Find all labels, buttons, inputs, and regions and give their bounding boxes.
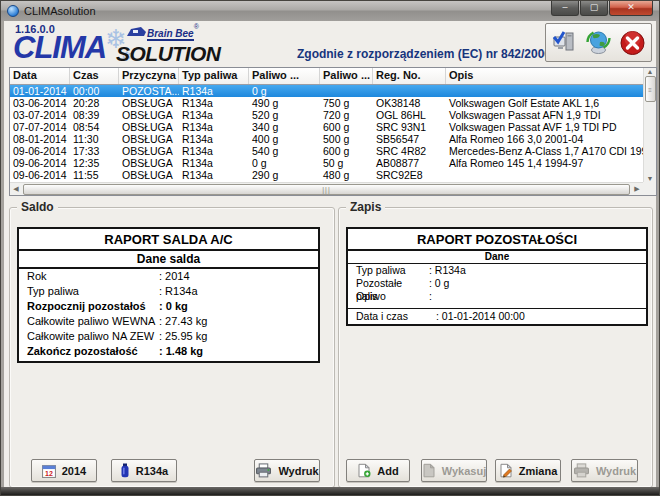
add-button[interactable]: Add [346, 459, 410, 482]
change-button[interactable]: Zmiana [495, 459, 561, 482]
brainbee-logo: Brain Bee® [125, 23, 207, 41]
table-cell: 340 g [249, 121, 320, 133]
table-cell: OGL 86HL [373, 109, 446, 121]
table-cell [446, 169, 643, 181]
refrigerant-button[interactable]: R134a [111, 459, 177, 482]
scroll-right-icon[interactable]: ▶ [631, 185, 643, 193]
horizontal-scrollbar[interactable]: ◀ ||| ▶ [10, 182, 643, 195]
records-table-body: 01-01-201400:00POZOSTA...R134a0 g03-06-2… [10, 85, 643, 182]
table-row[interactable]: 08-01-201411:30OBSŁUGAR134a400 g500 gSB5… [10, 133, 643, 145]
column-header-data[interactable]: Data [10, 68, 70, 84]
vertical-scrollbar[interactable]: ▲ ≡ ▼ [643, 68, 656, 182]
table-cell: 520 g [249, 109, 320, 121]
system-check-button[interactable] [549, 26, 581, 59]
saldo-report-row-value: : 0 kg [159, 299, 188, 314]
records-table-header[interactable]: Data Czas Przyczyna Typ paliwa Paliwo ..… [10, 68, 656, 85]
saldo-report-title: RAPORT SALDA A/C [19, 229, 318, 251]
table-cell: R134a [179, 97, 249, 109]
zapis-report-row-value: : [429, 290, 432, 303]
saldo-report-row-label: Całkowite paliwo NA ZEW [27, 329, 159, 344]
delete-button[interactable]: Wykasuj [421, 459, 487, 482]
scroll-up-icon[interactable]: ▲ [644, 68, 656, 75]
saldo-report-row: Rozpocznij pozostałoś: 0 kg [19, 299, 318, 314]
table-row[interactable]: 03-06-201420:28OBSŁUGAR134a490 g750 gOK3… [10, 97, 643, 109]
close-button[interactable]: ✕ [609, 1, 653, 16]
saldo-report-row-value: : 27.43 kg [159, 314, 207, 329]
minimize-button[interactable]: – [551, 1, 579, 16]
footer-value: : 01-01-2014 00:00 [436, 309, 525, 324]
table-cell: R134a [179, 157, 249, 169]
saldo-report-row-value: : R134a [159, 284, 198, 299]
table-cell: 03-06-2014 [10, 97, 70, 109]
column-header-reg-no[interactable]: Reg. No. [373, 68, 446, 84]
table-cell: 09-06-2014 [10, 157, 70, 169]
saldo-report: RAPORT SALDA A/C Dane salda Rok: 2014Typ… [17, 227, 320, 363]
table-cell: 11:30 [70, 133, 119, 145]
table-row[interactable]: 01-01-201400:00POZOSTA...R134a0 g [10, 85, 643, 97]
window-title: CLIMAsolution [24, 5, 96, 17]
refrigerant-bottle-icon [120, 463, 130, 478]
saldo-report-row-label: Typ paliwa [27, 284, 159, 299]
column-header-typ-paliwa[interactable]: Typ paliwa [179, 68, 249, 84]
table-cell: AB08877 [373, 157, 446, 169]
table-cell: OBSŁUGA [119, 109, 179, 121]
zapis-section-title: Dane [348, 251, 646, 264]
delete-page-icon [422, 463, 436, 478]
table-cell: 500 g [320, 133, 373, 145]
internet-sync-button[interactable] [582, 26, 614, 59]
year-button[interactable]: 12 2014 [31, 459, 97, 482]
horizontal-scroll-thumb[interactable]: ||| [23, 184, 630, 195]
table-row[interactable]: 09-06-201417:33OBSŁUGAR134a540 g600 gSRC… [10, 145, 643, 157]
printer-icon [573, 463, 590, 478]
table-cell: 03-07-2014 [10, 109, 70, 121]
exit-button[interactable] [616, 26, 648, 59]
table-cell: 09-06-2014 [10, 169, 70, 181]
zapis-report-row-label: Opis [356, 290, 429, 303]
year-button-label: 2014 [62, 465, 86, 477]
refrigerant-button-label: R134a [136, 465, 168, 477]
column-header-czas[interactable]: Czas [70, 68, 119, 84]
table-cell: R134a [179, 109, 249, 121]
column-header-opis[interactable]: Opis [446, 68, 656, 84]
app-window: CLIMAsolution – ▢ ✕ 1.16.0.0 ❄ ❄ CLIMA S… [0, 0, 660, 496]
table-cell: 0 g [249, 85, 320, 97]
table-cell: 07-07-2014 [10, 121, 70, 133]
saldo-report-row-label: Zakończ pozostałość [27, 344, 159, 359]
delete-button-label: Wykasuj [442, 465, 486, 477]
column-header-paliwo-1[interactable]: Paliwo ... [249, 68, 320, 84]
add-button-label: Add [377, 465, 398, 477]
table-row[interactable]: 09-06-201411:55OBSŁUGAR134a290 g480 gSRC… [10, 169, 643, 181]
table-row[interactable]: 03-07-201408:39OBSŁUGAR134a520 g720 gOGL… [10, 109, 643, 121]
saldo-report-rows: Rok: 2014Typ paliwa: R134aRozpocznij poz… [19, 269, 318, 359]
scrollbar-corner [643, 182, 656, 195]
vertical-scroll-thumb[interactable]: ≡ [645, 76, 656, 102]
exit-icon [619, 30, 646, 56]
zapis-report-row-value: : 0 g [429, 277, 449, 290]
print-saldo-button[interactable]: Wydruk [254, 459, 320, 482]
scroll-down-icon[interactable]: ▼ [644, 175, 656, 182]
saldo-report-row: Całkowite paliwo WEWNA: 27.43 kg [19, 314, 318, 329]
table-cell: 400 g [249, 133, 320, 145]
column-header-paliwo-2[interactable]: Paliwo ... [320, 68, 373, 84]
scroll-left-icon[interactable]: ◀ [10, 185, 22, 193]
column-header-przyczyna[interactable]: Przyczyna [119, 68, 179, 84]
saldo-report-row: Typ paliwa: R134a [19, 284, 318, 299]
table-cell: Alfa Romeo 145 1,4 1994-97 [446, 157, 643, 169]
table-cell: 12:35 [70, 157, 119, 169]
print-saldo-button-label: Wydruk [278, 465, 318, 477]
table-cell: 08:39 [70, 109, 119, 121]
table-cell: OBSŁUGA [119, 157, 179, 169]
saldo-report-row-value: : 2014 [159, 269, 190, 284]
table-row[interactable]: 09-06-201412:35OBSŁUGAR134a0 g50 gAB0887… [10, 157, 643, 169]
table-cell: R134a [179, 133, 249, 145]
table-cell: SRC 4R82 [373, 145, 446, 157]
registered-mark: ® [194, 23, 199, 30]
table-cell: Volkswagen Golf Estate AKL 1,6 [446, 97, 643, 109]
print-zapis-button[interactable]: Wydruk [571, 459, 638, 482]
table-cell: R134a [179, 85, 249, 97]
table-cell: R134a [179, 145, 249, 157]
table-row[interactable]: 07-07-201408:54OBSŁUGAR134a340 g600 gSRC… [10, 121, 643, 133]
system-check-icon [551, 30, 578, 55]
table-cell: SRC92E8 [373, 169, 446, 181]
maximize-button[interactable]: ▢ [580, 1, 608, 16]
